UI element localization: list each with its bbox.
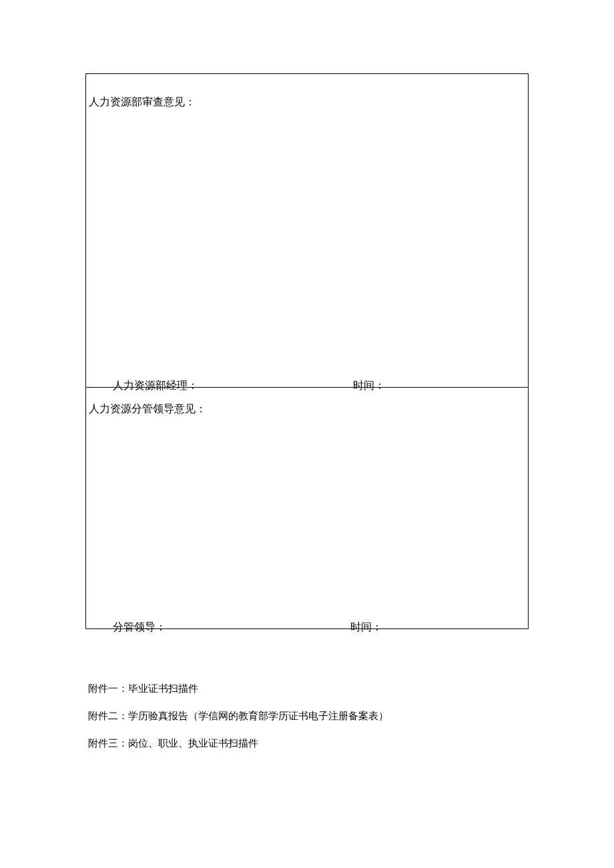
attachments-list: 附件一：毕业证书扫描件 附件二：学历验真报告（学信网的教育部学历证书电子注册备案…: [85, 683, 529, 750]
hr-review-title: 人力资源部审查意见：: [89, 95, 196, 109]
leader-review-title: 人力资源分管领导意见：: [89, 402, 206, 416]
attachment-item: 附件三：岗位、职业、执业证书扫描件: [88, 737, 529, 750]
attachment-item: 附件一：毕业证书扫描件: [88, 683, 529, 695]
attachment-item: 附件二：学历验真报告（学信网的教育部学历证书电子注册备案表）: [88, 710, 529, 723]
leader-label: 分管领导：: [113, 620, 166, 634]
leader-time-label: 时间：: [350, 620, 382, 634]
document-page: 人力资源部审查意见： 人力资源部经理： 时间： 人力资源分管领导意见： 分管领导…: [85, 73, 529, 765]
leader-review-section: 人力资源分管领导意见： 分管领导： 时间：: [86, 388, 529, 629]
hr-review-section: 人力资源部审查意见： 人力资源部经理： 时间：: [86, 74, 529, 388]
approval-form-table: 人力资源部审查意见： 人力资源部经理： 时间： 人力资源分管领导意见： 分管领导…: [85, 73, 529, 629]
